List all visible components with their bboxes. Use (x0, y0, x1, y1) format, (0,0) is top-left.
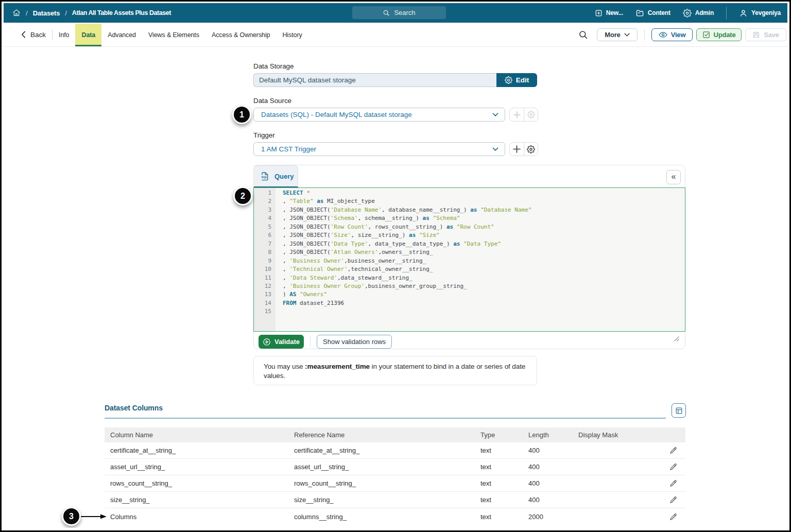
resize-handle[interactable] (673, 335, 680, 344)
data-source-settings-button[interactable] (524, 108, 538, 121)
line-number: 14 (254, 299, 276, 307)
main-content: Data Storage Default MySQL dataset stora… (4, 3, 787, 528)
validate-button[interactable]: Validate (259, 335, 304, 349)
table-row: size__string_ size__string_ text 400 (105, 492, 685, 508)
annotation-step-2: 2 (233, 186, 252, 205)
trigger-label: Trigger (253, 131, 275, 139)
show-validation-rows-button[interactable]: Show validation rows (317, 335, 392, 349)
dataset-columns-title: Dataset Columns (105, 404, 163, 412)
column-layout-button[interactable] (672, 403, 686, 418)
pencil-icon (669, 479, 677, 487)
code-line-text: , JSON_OBJECT('Size', size__string_) as … (276, 231, 440, 239)
code-line: 11 , 'Data Steward',data_steward__string… (254, 274, 685, 282)
table-row: asset_url__string_ asset_url__string_ te… (105, 459, 685, 475)
annotation-arrow (80, 513, 107, 520)
code-line-text (276, 307, 283, 316)
code-area: 1 SELECT * 2 , "Table" as MI_object_type… (254, 188, 685, 316)
pencil-icon (669, 496, 677, 504)
annotation-step-1: 1 (232, 105, 251, 124)
edit-column-button[interactable] (664, 447, 685, 454)
edit-label: Edit (516, 76, 529, 84)
annotation-step-3: 3 (62, 507, 81, 526)
code-line-text: , 'Technical Owner',technical_owner__str… (276, 265, 433, 273)
cell-reference-name: size__string_ (288, 496, 475, 504)
data-source-value: Datasets (SQL) - Default MySQL dataset s… (261, 111, 412, 118)
data-source-select[interactable]: Datasets (SQL) - Default MySQL dataset s… (253, 108, 505, 122)
trigger-settings-button[interactable] (524, 143, 538, 156)
gear-icon (527, 111, 535, 118)
measurement-time-hint: You may use :measurement_time in your st… (253, 356, 537, 385)
hint-text-line2: values. (264, 371, 527, 381)
code-line-text: , JSON_OBJECT('Data Type', data_type__da… (276, 240, 501, 248)
code-line-text: SELECT * (276, 189, 310, 197)
header-type: Type (475, 431, 523, 439)
code-line: 12 , 'Business Owner Group',business_own… (254, 282, 685, 290)
code-line-text: , JSON_OBJECT('Database Name', database_… (276, 206, 531, 214)
edit-column-button[interactable] (664, 463, 685, 471)
data-source-add-button[interactable] (510, 108, 524, 121)
trigger-action-group (509, 142, 538, 156)
cell-column-name: asset_url__string_ (105, 463, 288, 471)
trigger-select[interactable]: 1 AM CST Trigger (253, 142, 505, 156)
table-header-row: Column Name Reference Name Type Length D… (105, 427, 685, 442)
code-line-text: , 'Business Owner',business_owner__strin… (276, 257, 426, 265)
header-reference-name: Reference Name (288, 431, 475, 439)
code-line: 14 FROM dataset_21396 (254, 299, 685, 307)
table-body: certificate_at__string_ certificate_at__… (105, 442, 685, 525)
cell-type: text (475, 447, 523, 454)
edit-column-button[interactable] (664, 479, 685, 487)
sql-code-editor[interactable]: 1 SELECT * 2 , "Table" as MI_object_type… (253, 187, 685, 332)
chevron-down-icon (492, 147, 498, 151)
cell-length: 2000 (523, 513, 573, 521)
collapse-icon: « (672, 172, 676, 181)
code-line: 15 (254, 307, 685, 316)
line-number: 3 (254, 206, 276, 214)
code-line-text: , JSON_OBJECT('Schema', schema__string_)… (276, 214, 460, 222)
table-grid-icon (675, 407, 683, 415)
code-line: 1 SELECT * (254, 189, 685, 197)
edit-column-button[interactable] (664, 513, 685, 521)
play-circle-icon (263, 338, 271, 346)
collapse-panel-button[interactable]: « (666, 170, 681, 184)
query-panel-header: SQL Query « (254, 165, 685, 187)
cell-length: 400 (523, 479, 573, 487)
table-row: Columns columns__string_ text 2000 (105, 508, 685, 525)
code-line: 2 , "Table" as MI_object_type (254, 197, 685, 205)
trigger-add-button[interactable] (510, 143, 524, 156)
cell-column-name: size__string_ (105, 496, 288, 504)
line-number: 15 (254, 307, 276, 316)
header-column-name: Column Name (105, 431, 288, 439)
trigger-value: 1 AM CST Trigger (261, 145, 316, 153)
line-number: 6 (254, 231, 276, 239)
query-tab[interactable]: SQL Query (254, 165, 298, 187)
app-window: / Datasets / Atlan All Table Assets Plus… (4, 3, 787, 528)
header-length: Length (523, 431, 573, 439)
hint-text: You may use (264, 363, 305, 370)
line-number: 10 (254, 265, 276, 273)
code-line: 4 , JSON_OBJECT('Schema', schema__string… (254, 214, 685, 222)
hint-bold-token: :measurement_time (305, 363, 370, 370)
cell-reference-name: certificate_at__string_ (288, 447, 475, 454)
code-line-text: , 'Data Steward',data_steward__string_ (276, 274, 412, 282)
cell-type: text (475, 479, 523, 487)
line-number: 11 (254, 274, 276, 282)
data-storage-edit-button[interactable]: Edit (496, 73, 537, 87)
line-number: 13 (254, 290, 276, 299)
data-source-label: Data Source (253, 97, 291, 105)
cell-length: 400 (523, 463, 573, 471)
code-line-text: FROM dataset_21396 (276, 299, 344, 307)
line-number: 5 (254, 223, 276, 231)
code-line: 6 , JSON_OBJECT('Size', size__string_) a… (254, 231, 685, 239)
line-number: 12 (254, 282, 276, 290)
cell-length: 400 (523, 496, 573, 504)
code-line: 7 , JSON_OBJECT('Data Type', data_type__… (254, 240, 685, 248)
code-line: 13 ) AS "Owners" (254, 290, 685, 299)
data-source-action-group (509, 108, 538, 122)
code-line: 8 , JSON_OBJECT('Atlan Owners',owners__s… (254, 248, 685, 256)
svg-text:SQL: SQL (261, 176, 268, 179)
validate-label: Validate (274, 338, 300, 346)
gear-icon (527, 145, 535, 153)
data-storage-value-field[interactable]: Default MySQL dataset storage (253, 73, 496, 87)
cell-type: text (475, 513, 523, 521)
edit-column-button[interactable] (664, 496, 685, 504)
